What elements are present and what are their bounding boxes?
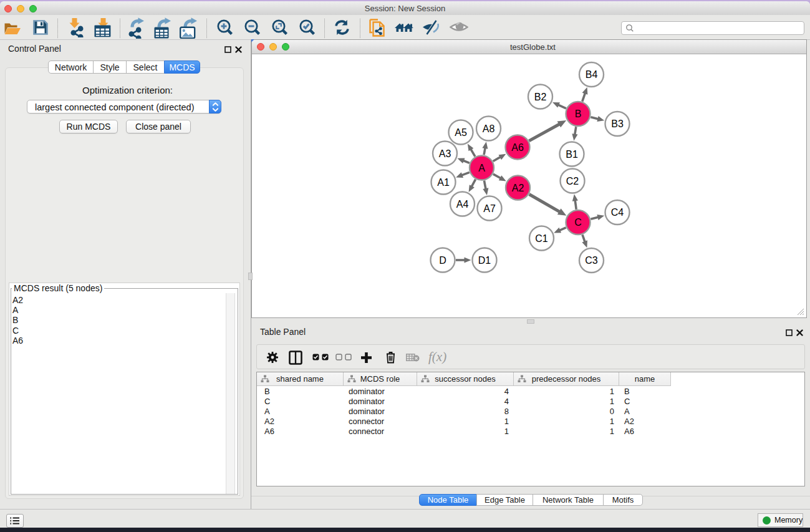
svg-text:B1: B1 <box>566 149 578 160</box>
svg-text:D: D <box>439 255 446 266</box>
svg-text:A6: A6 <box>511 142 524 153</box>
svg-text:B2: B2 <box>534 92 547 102</box>
svg-text:C3: C3 <box>585 255 598 266</box>
svg-text:A4: A4 <box>456 199 469 210</box>
svg-text:B4: B4 <box>586 69 598 80</box>
svg-text:C1: C1 <box>535 233 548 244</box>
svg-text:D1: D1 <box>478 255 491 266</box>
svg-text:A7: A7 <box>483 203 496 214</box>
svg-text:A1: A1 <box>437 177 450 188</box>
svg-text:C: C <box>574 217 582 228</box>
svg-text:B: B <box>575 109 582 119</box>
svg-text:C4: C4 <box>611 207 624 218</box>
svg-text:B3: B3 <box>611 118 624 129</box>
svg-text:A8: A8 <box>483 123 495 134</box>
svg-text:A5: A5 <box>455 127 467 138</box>
svg-text:C2: C2 <box>566 176 579 186</box>
svg-text:A: A <box>478 163 485 173</box>
svg-text:A2: A2 <box>512 183 524 193</box>
svg-text:A3: A3 <box>439 148 451 159</box>
